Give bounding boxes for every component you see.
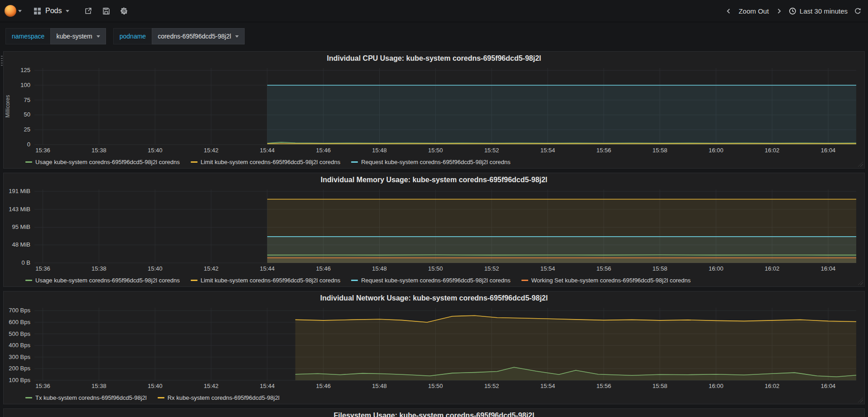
- svg-text:15:54: 15:54: [540, 265, 555, 272]
- chevron-right-icon: [778, 9, 780, 13]
- legend-color-swatch: [158, 397, 164, 398]
- dashboard-panels: Individual CPU Usage: kube-system coredn…: [0, 49, 868, 417]
- legend-color-swatch: [25, 397, 32, 398]
- panel-filesystem-usage: Filesystem Usage: kube-system coredns-69…: [3, 408, 865, 417]
- svg-text:75: 75: [24, 97, 30, 103]
- svg-text:15:38: 15:38: [92, 265, 106, 272]
- legend-item[interactable]: Request kube-system coredns-695f96dcd5-9…: [351, 277, 511, 284]
- svg-text:15:46: 15:46: [316, 265, 331, 272]
- svg-text:48 MiB: 48 MiB: [12, 241, 30, 248]
- svg-text:95 MiB: 95 MiB: [12, 223, 30, 230]
- variable-namespace-dropdown[interactable]: kube-system: [50, 28, 106, 44]
- svg-text:16:02: 16:02: [765, 383, 780, 389]
- legend-item[interactable]: Rx kube-system coredns-695f96dcd5-98j2l: [158, 394, 280, 401]
- panel-drag-handle[interactable]: [1, 56, 3, 66]
- svg-text:15:44: 15:44: [260, 383, 275, 389]
- zoom-out-button[interactable]: Zoom Out: [738, 7, 769, 15]
- grafana-menu-button[interactable]: [0, 0, 26, 22]
- svg-text:15:58: 15:58: [652, 147, 667, 154]
- panel-title[interactable]: Individual Network Usage: kube-system co…: [4, 292, 864, 304]
- variable-podname-label: podname: [113, 28, 152, 44]
- template-variables-bar: namespace kube-system podname coredns-69…: [0, 22, 868, 49]
- svg-text:15:50: 15:50: [428, 383, 443, 389]
- legend-color-swatch: [351, 161, 358, 163]
- memory-usage-chart[interactable]: 15:3615:3815:4015:4215:4415:4615:4815:50…: [4, 186, 864, 275]
- svg-text:15:44: 15:44: [260, 147, 275, 154]
- svg-text:100 Bps: 100 Bps: [9, 377, 30, 383]
- legend-color-swatch: [191, 280, 198, 281]
- chevron-down-icon: [235, 35, 239, 38]
- grafana-logo: [5, 5, 16, 17]
- svg-text:15:48: 15:48: [372, 383, 387, 389]
- variable-namespace-label: namespace: [5, 28, 50, 44]
- svg-text:15:48: 15:48: [372, 147, 387, 154]
- dashboard-title: Pods: [45, 7, 62, 15]
- panel-title[interactable]: Filesystem Usage: kube-system coredns-69…: [4, 410, 864, 417]
- variable-podname-dropdown[interactable]: coredns-695f96dcd5-98j2l: [152, 28, 245, 44]
- chevron-down-icon: [18, 10, 22, 12]
- cpu-usage-chart[interactable]: 15:3615:3815:4015:4215:4415:4615:4815:50…: [4, 64, 864, 156]
- panel-title[interactable]: Individual CPU Usage: kube-system coredn…: [4, 53, 864, 64]
- time-shift-forward-button[interactable]: [775, 7, 783, 15]
- legend-item[interactable]: Working Set kube-system coredns-695f96dc…: [521, 277, 691, 284]
- time-range-picker[interactable]: Last 30 minutes: [789, 7, 848, 15]
- svg-text:Millicores: Millicores: [5, 95, 11, 117]
- svg-text:15:50: 15:50: [428, 265, 443, 272]
- legend-label: Limit kube-system coredns-695f96dcd5-98j…: [201, 277, 341, 284]
- legend-label: Working Set kube-system coredns-695f96dc…: [531, 277, 691, 284]
- chart-legend: Tx kube-system coredns-695f96dcd5-98j2lR…: [4, 392, 864, 403]
- variable-podname: podname coredns-695f96dcd5-98j2l: [113, 28, 245, 44]
- legend-label: Rx kube-system coredns-695f96dcd5-98j2l: [168, 394, 280, 401]
- time-range-label: Last 30 minutes: [800, 7, 848, 15]
- share-icon[interactable]: [84, 7, 92, 15]
- panel-cpu-usage: Individual CPU Usage: kube-system coredn…: [3, 51, 865, 169]
- save-icon[interactable]: [102, 7, 110, 15]
- svg-text:100: 100: [20, 82, 30, 88]
- dashboard-picker[interactable]: Pods: [26, 0, 77, 22]
- svg-text:50: 50: [24, 111, 30, 118]
- svg-text:15:52: 15:52: [484, 147, 499, 154]
- legend-color-swatch: [351, 280, 358, 281]
- chevron-down-icon: [66, 10, 69, 12]
- svg-text:15:40: 15:40: [148, 147, 163, 154]
- legend-item[interactable]: Usage kube-system coredns-695f96dcd5-98j…: [25, 277, 180, 284]
- svg-text:16:02: 16:02: [765, 265, 780, 272]
- settings-gear-icon[interactable]: [120, 7, 128, 15]
- legend-item[interactable]: Usage kube-system coredns-695f96dcd5-98j…: [25, 159, 180, 165]
- svg-text:16:02: 16:02: [765, 147, 780, 154]
- legend-item[interactable]: Limit kube-system coredns-695f96dcd5-98j…: [191, 277, 341, 284]
- navbar: Pods: [0, 0, 868, 22]
- svg-text:0 B: 0 B: [21, 259, 30, 266]
- legend-label: Request kube-system coredns-695f96dcd5-9…: [361, 159, 511, 165]
- time-shift-back-button[interactable]: [724, 7, 733, 15]
- legend-label: Usage kube-system coredns-695f96dcd5-98j…: [35, 277, 180, 284]
- svg-text:191 MiB: 191 MiB: [9, 188, 30, 194]
- dashboard-actions: [84, 7, 128, 15]
- svg-text:15:46: 15:46: [316, 147, 331, 154]
- svg-text:15:52: 15:52: [484, 265, 499, 272]
- svg-text:200 Bps: 200 Bps: [9, 365, 30, 372]
- svg-text:15:56: 15:56: [597, 383, 612, 389]
- network-usage-chart[interactable]: 15:3615:3815:4015:4215:4415:4615:4815:50…: [4, 304, 864, 392]
- svg-text:15:42: 15:42: [204, 147, 219, 154]
- legend-label: Usage kube-system coredns-695f96dcd5-98j…: [35, 159, 180, 165]
- variable-podname-value: coredns-695f96dcd5-98j2l: [158, 29, 231, 44]
- legend-color-swatch: [191, 161, 198, 163]
- variable-namespace: namespace kube-system: [5, 28, 106, 44]
- legend-item[interactable]: Request kube-system coredns-695f96dcd5-9…: [351, 159, 511, 165]
- svg-text:0: 0: [27, 141, 30, 148]
- svg-text:16:04: 16:04: [821, 383, 836, 389]
- legend-item[interactable]: Tx kube-system coredns-695f96dcd5-98j2l: [25, 394, 147, 401]
- refresh-button[interactable]: [854, 7, 862, 15]
- svg-text:16:00: 16:00: [709, 265, 723, 272]
- svg-text:500 Bps: 500 Bps: [9, 330, 30, 337]
- svg-text:15:54: 15:54: [540, 383, 555, 389]
- svg-text:15:56: 15:56: [597, 265, 612, 272]
- legend-item[interactable]: Limit kube-system coredns-695f96dcd5-98j…: [191, 159, 341, 165]
- svg-text:16:04: 16:04: [821, 265, 836, 272]
- panel-title[interactable]: Individual Memory Usage: kube-system cor…: [4, 174, 864, 186]
- svg-text:15:36: 15:36: [35, 265, 50, 272]
- refresh-icon: [854, 7, 862, 15]
- legend-color-swatch: [25, 161, 32, 163]
- svg-text:15:42: 15:42: [204, 265, 219, 272]
